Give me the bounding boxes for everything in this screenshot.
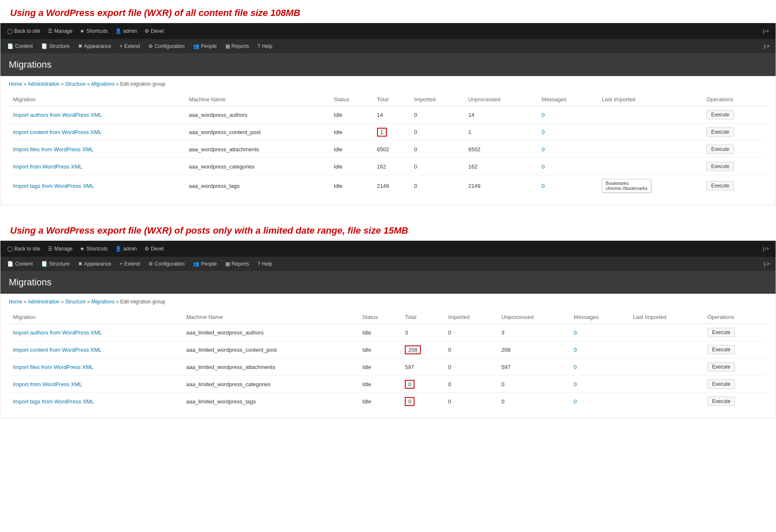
status-cell: Idle bbox=[358, 358, 401, 376]
breadcrumb-home-2[interactable]: Home bbox=[9, 299, 22, 305]
messages-link[interactable]: 0 bbox=[574, 347, 577, 353]
migration-link[interactable]: Import tags from WordPress XML bbox=[13, 398, 94, 405]
last-imported-cell bbox=[629, 393, 703, 410]
nav-reports-1[interactable]: ▦ Reports bbox=[221, 39, 253, 53]
breadcrumb-admin-1[interactable]: Administration bbox=[28, 81, 60, 87]
col-operations-2: Operations bbox=[703, 311, 767, 324]
nav-content-2[interactable]: 📄 Content bbox=[3, 257, 37, 271]
nav-appearance-1[interactable]: ✖ Appearance bbox=[74, 39, 116, 53]
migration-link[interactable]: Import content from WordPress XML bbox=[13, 129, 102, 135]
structure-icon-1: 📑 bbox=[41, 43, 48, 49]
content-icon-2: 📄 bbox=[7, 261, 13, 267]
execute-button[interactable]: Execute bbox=[707, 145, 734, 154]
machine-name-cell: aaa_limited_wordpress_attachments bbox=[182, 358, 358, 376]
messages-link[interactable]: 0 bbox=[574, 329, 577, 336]
admin-btn-1[interactable]: 👤 admin bbox=[112, 26, 140, 36]
total-cell: 208 bbox=[401, 341, 444, 358]
breadcrumb-migrations-1[interactable]: Migrations bbox=[91, 81, 114, 87]
migration-link[interactable]: Import tags from WordPress XML bbox=[13, 183, 94, 189]
execute-button[interactable]: Execute bbox=[707, 345, 735, 354]
shortcuts-btn-1[interactable]: ★ Shortcuts bbox=[77, 26, 111, 36]
migration-link[interactable]: Import from WordPress XML bbox=[13, 381, 82, 387]
nav-right-1: |-> bbox=[760, 43, 773, 49]
nav-extend-2[interactable]: + Extend bbox=[115, 257, 144, 271]
execute-button[interactable]: Execute bbox=[707, 127, 734, 137]
status-cell: Idle bbox=[358, 341, 401, 358]
admin-toolbar-2: ◯ Back to site ☰ Manage ★ Shortcuts 👤 ad… bbox=[0, 241, 776, 257]
table-row: Import content from WordPress XMLaaa_lim… bbox=[9, 341, 767, 358]
migration-link[interactable]: Import from WordPress XML bbox=[13, 163, 82, 170]
reports-icon-2: ▦ bbox=[225, 261, 230, 267]
messages-link[interactable]: 0 bbox=[574, 398, 577, 405]
col-unprocessed-1: Unprocessed bbox=[464, 93, 538, 106]
execute-button[interactable]: Execute bbox=[707, 328, 735, 337]
nav-configuration-2[interactable]: ⚙ Configuration bbox=[144, 257, 189, 271]
machine-name-cell: aaa_limited_wordpress_content_post bbox=[182, 341, 358, 358]
nav-structure-1[interactable]: 📑 Structure bbox=[37, 39, 74, 53]
unprocessed-cell: 0 bbox=[497, 393, 570, 410]
migration-link[interactable]: Import authors from WordPress XML bbox=[13, 112, 102, 118]
devel-btn-1[interactable]: ⚙ Devel bbox=[141, 26, 167, 36]
messages-link[interactable]: 0 bbox=[542, 183, 545, 189]
messages-link[interactable]: 0 bbox=[542, 146, 545, 153]
execute-button[interactable]: Execute bbox=[707, 181, 734, 190]
status-cell: Idle bbox=[358, 324, 401, 341]
nav-people-1[interactable]: 👥 People bbox=[189, 39, 221, 53]
execute-button[interactable]: Execute bbox=[707, 379, 735, 389]
messages-link[interactable]: 0 bbox=[574, 381, 577, 387]
breadcrumb-current-1: Edit migration group bbox=[120, 81, 165, 87]
page-title-area-2: Migrations bbox=[0, 271, 776, 294]
breadcrumb-structure-2[interactable]: Structure bbox=[65, 299, 86, 305]
execute-button[interactable]: Execute bbox=[707, 397, 735, 406]
unprocessed-cell: 1 bbox=[464, 124, 538, 141]
migration-link[interactable]: Import files from WordPress XML bbox=[13, 146, 93, 153]
migration-link[interactable]: Import authors from WordPress XML bbox=[13, 329, 102, 336]
operations-cell: Execute bbox=[702, 158, 767, 175]
execute-button[interactable]: Execute bbox=[707, 362, 735, 371]
machine-name-cell: aaa_wordpress_authors bbox=[185, 106, 329, 124]
messages-link[interactable]: 0 bbox=[542, 163, 545, 170]
messages-link[interactable]: 0 bbox=[574, 364, 577, 370]
secondary-nav-1: 📄 Content 📑 Structure ✖ Appearance + Ext… bbox=[0, 39, 776, 53]
messages-link[interactable]: 0 bbox=[542, 112, 545, 118]
nav-appearance-2[interactable]: ✖ Appearance bbox=[74, 257, 116, 271]
nav-people-2[interactable]: 👥 People bbox=[189, 257, 221, 271]
shortcuts-btn-2[interactable]: ★ Shortcuts bbox=[77, 244, 111, 253]
status-cell: Idle bbox=[330, 141, 373, 158]
breadcrumb-admin-2[interactable]: Administration bbox=[28, 299, 60, 305]
breadcrumb-home-1[interactable]: Home bbox=[9, 81, 22, 87]
back-to-site-btn-1[interactable]: ◯ Back to site bbox=[4, 26, 44, 36]
manage-btn-2[interactable]: ☰ Manage bbox=[45, 244, 76, 253]
migration-link[interactable]: Import files from WordPress XML bbox=[13, 364, 93, 370]
page-title-area-1: Migrations bbox=[0, 53, 776, 76]
imported-cell: 0 bbox=[444, 341, 497, 358]
back-to-site-btn-2[interactable]: ◯ Back to site bbox=[4, 244, 44, 253]
nav-structure-2[interactable]: 📑 Structure bbox=[37, 257, 74, 271]
unprocessed-cell: 6502 bbox=[464, 141, 538, 158]
imported-cell: 0 bbox=[410, 124, 464, 141]
nav-right-2: |-> bbox=[760, 261, 773, 267]
messages-link[interactable]: 0 bbox=[542, 129, 545, 135]
operations-cell: Execute bbox=[703, 393, 767, 410]
machine-name-cell: aaa_limited_wordpress_authors bbox=[182, 324, 358, 341]
messages-cell: 0 bbox=[538, 141, 598, 158]
messages-cell: 0 bbox=[570, 358, 629, 376]
nav-content-1[interactable]: 📄 Content bbox=[3, 39, 37, 53]
nav-extend-1[interactable]: + Extend bbox=[115, 39, 144, 53]
execute-button[interactable]: Execute bbox=[707, 162, 734, 171]
nav-reports-2[interactable]: ▦ Reports bbox=[221, 257, 253, 271]
execute-button[interactable]: Execute bbox=[707, 110, 734, 119]
devel-btn-2[interactable]: ⚙ Devel bbox=[141, 244, 167, 253]
messages-cell: 0 bbox=[570, 341, 629, 358]
migration-link[interactable]: Import content from WordPress XML bbox=[13, 347, 102, 353]
nav-help-1[interactable]: ? Help bbox=[253, 39, 277, 53]
breadcrumb-structure-1[interactable]: Structure bbox=[65, 81, 86, 87]
manage-btn-1[interactable]: ☰ Manage bbox=[45, 26, 76, 36]
nav-configuration-1[interactable]: ⚙ Configuration bbox=[144, 39, 189, 53]
table-row: Import files from WordPress XMLaaa_wordp… bbox=[9, 141, 767, 158]
admin-btn-2[interactable]: 👤 admin bbox=[112, 244, 140, 253]
breadcrumb-migrations-2[interactable]: Migrations bbox=[91, 299, 114, 305]
machine-name-cell: aaa_wordpress_content_post bbox=[185, 124, 329, 141]
status-cell: Idle bbox=[330, 106, 373, 124]
nav-help-2[interactable]: ? Help bbox=[253, 257, 277, 271]
